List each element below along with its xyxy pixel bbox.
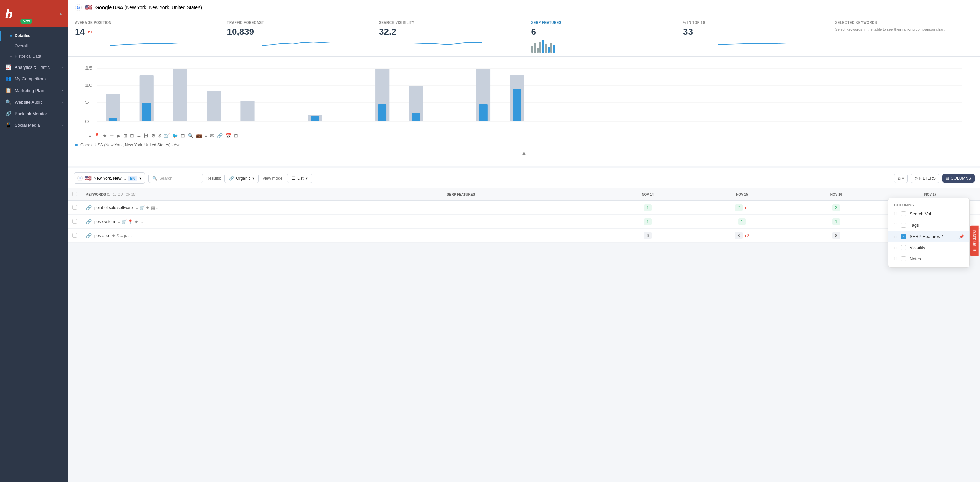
row-3-nov15: 8 ▼2: [692, 229, 791, 243]
results-type-dropdown[interactable]: 🔗 Organic ▾: [224, 174, 259, 183]
chart-legend: Google USA (New York, New York, United S…: [75, 142, 973, 147]
row-2-nov15: 1: [692, 215, 791, 229]
sidebar-item-detailed[interactable]: Detailed: [0, 31, 68, 41]
sidebar-group-marketing[interactable]: 📋 Marketing Plan ›: [0, 85, 68, 96]
svg-rect-19: [142, 102, 151, 121]
toolbar-right: ⧉ ▾ ⚙ FILTERS ▦ COLUMNS: [894, 174, 975, 183]
sidebar-group-audit[interactable]: 🔍 Website Audit ›: [0, 96, 68, 108]
row-cb-3: [68, 229, 82, 243]
row-1-serp: [443, 201, 603, 215]
sidebar-label-historical: Historical Data: [14, 54, 41, 59]
th-nov15: NOV 15: [692, 188, 791, 201]
view-mode-dropdown[interactable]: ☰ List ▾: [287, 174, 312, 183]
col-label-notes: Notes: [910, 256, 921, 262]
svg-text:15: 15: [85, 66, 92, 70]
logo-chevron: ▲: [59, 11, 63, 16]
svg-rect-24: [513, 89, 521, 121]
location-chevron: ▾: [139, 176, 141, 181]
col-cb-visibility[interactable]: [901, 245, 906, 250]
svg-text:0: 0: [85, 119, 89, 124]
row-3-serp: [443, 229, 603, 243]
row-2-nov16: 1: [792, 215, 881, 229]
pin-icon-serp: 📌: [959, 234, 964, 239]
avg-position-badge: ▼1: [87, 30, 92, 34]
col-option-search-vol[interactable]: ⠿ Search Vol.: [888, 208, 969, 220]
kw-serp-icons-1: ≡ 🛒 ★ ▦ ···: [135, 205, 159, 210]
stat-value-serp: 6: [531, 27, 670, 37]
col-cb-notes[interactable]: [901, 256, 906, 262]
logo-letter: b: [5, 5, 13, 22]
organic-icon: 🔗: [229, 176, 234, 181]
rate-us-button[interactable]: RATE US ⬇: [970, 226, 978, 256]
drag-handle-3: ⠿: [894, 234, 897, 239]
row-2-checkbox[interactable]: [72, 219, 77, 223]
table-toolbar: G 🇺🇸 New York, New ... EN ▾ 🔍 Search Res…: [68, 168, 980, 188]
search-box[interactable]: 🔍 Search: [148, 174, 203, 183]
kw-link-icon-3: 🔗: [86, 233, 92, 238]
sidebar-item-historical[interactable]: Historical Data: [0, 51, 68, 61]
filters-button[interactable]: ⚙ FILTERS: [910, 174, 939, 183]
avg-position-number: 14: [75, 27, 85, 37]
col-label-tags: Tags: [910, 223, 919, 228]
th-checkbox: [68, 188, 82, 201]
results-label: Results:: [206, 176, 221, 181]
stat-label-traffic: TRAFFIC FORECAST: [227, 21, 365, 24]
sidebar-group-backlink[interactable]: 🔗 Backlink Monitor ›: [0, 108, 68, 119]
columns-button[interactable]: ▦ COLUMNS: [942, 174, 975, 183]
analytics-chevron: ›: [62, 65, 63, 69]
col-cb-serp-features[interactable]: ✓: [901, 234, 906, 239]
col-option-visibility[interactable]: ⠿ Visibility: [888, 242, 969, 253]
serp-bar-2: [534, 43, 536, 53]
svg-rect-21: [378, 104, 387, 121]
stat-cards-row: AVERAGE POSITION 14 ▼1 TRAFFIC FORECAST …: [68, 15, 980, 57]
kw-serp-icons-3: ★ $ ≡ ▶ ···: [112, 233, 132, 238]
dash-icon: [10, 46, 12, 46]
sidebar-group-competitors[interactable]: 👥 My Competitors ›: [0, 73, 68, 85]
stat-card-serp: SERP FEATURES 6: [524, 15, 676, 56]
stat-card-visibility: SEARCH VISIBILITY 32.2: [372, 15, 524, 56]
svg-rect-8: [106, 94, 120, 121]
col-label-search-vol: Search Vol.: [910, 211, 932, 217]
stat-value-top10: 33: [683, 27, 821, 37]
col-option-notes[interactable]: ⠿ Notes: [888, 253, 969, 265]
sidebar-item-overall[interactable]: Overall: [0, 41, 68, 51]
col-cb-tags[interactable]: [901, 223, 906, 228]
main-content: G 🇺🇸 Google USA (New York, New York, Uni…: [68, 0, 980, 482]
svg-rect-11: [207, 91, 221, 121]
row-3-keyword: 🔗 pos app ★ $ ≡ ▶ ···: [82, 229, 443, 243]
list-icon: ☰: [291, 176, 295, 181]
location-selector[interactable]: G 🇺🇸 New York, New ... EN ▾: [73, 172, 145, 184]
col-option-tags[interactable]: ⠿ Tags: [888, 220, 969, 231]
avg-position-sparkline: [75, 37, 213, 47]
stat-label-top10: % IN TOP 10: [683, 21, 821, 24]
social-chevron: ›: [62, 123, 63, 127]
filters-label: FILTERS: [920, 176, 936, 181]
row-1-checkbox[interactable]: [72, 205, 77, 210]
sidebar-group-analytics[interactable]: 📈 Analytics & Traffic ›: [0, 61, 68, 73]
chart-collapse-button[interactable]: ▲: [75, 147, 973, 159]
serp-bar-chart: [531, 39, 670, 53]
svg-rect-23: [479, 104, 488, 121]
keywords-count-end: ): [135, 193, 136, 196]
stat-label-visibility: SEARCH VISIBILITY: [379, 21, 517, 24]
sidebar-label-backlink: Backlink Monitor: [14, 111, 47, 116]
new-badge: New: [21, 19, 32, 24]
col-cb-search-vol[interactable]: [901, 211, 906, 217]
select-all-checkbox[interactable]: [72, 192, 77, 196]
sidebar-group-social[interactable]: 📱 Social Media ›: [0, 119, 68, 131]
row-3-checkbox[interactable]: [72, 233, 77, 238]
stat-value-avg-position: 14 ▼1: [75, 27, 213, 37]
svg-rect-12: [240, 101, 255, 121]
serp-bar-6: [545, 44, 547, 53]
svg-rect-18: [109, 118, 117, 121]
location-close-paren: ): [200, 5, 202, 10]
col-option-serp-features[interactable]: ⠿ ✓ SERP Features / 📌: [888, 231, 969, 242]
chart-area: 15 10 5 0: [68, 57, 980, 166]
rate-us-label: RATE US: [972, 230, 976, 246]
copy-icon: ⧉: [897, 176, 900, 181]
copy-button[interactable]: ⧉ ▾: [894, 174, 908, 183]
table-body: 🔗 point of sale software ≡ 🛒 ★ ▦ ···: [68, 201, 980, 243]
view-mode-chevron: ▾: [306, 176, 308, 181]
copy-chevron: ▾: [902, 176, 904, 181]
sidebar-label-competitors: My Competitors: [14, 77, 46, 81]
